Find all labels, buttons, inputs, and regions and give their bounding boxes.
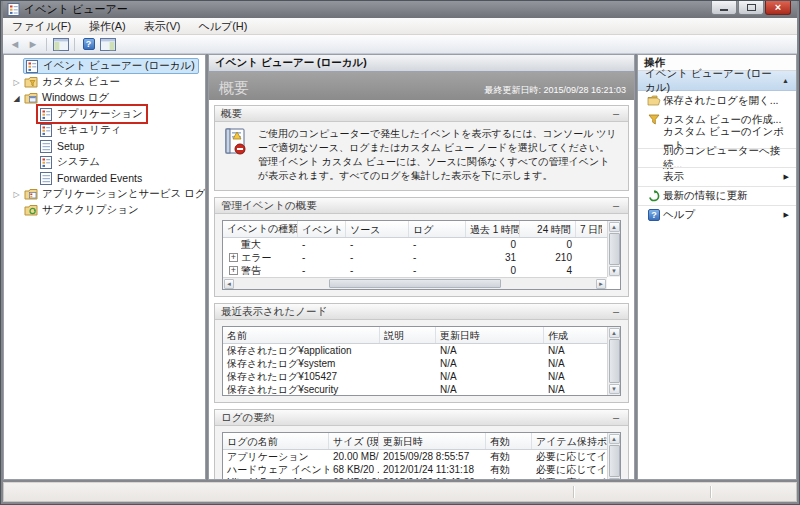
expanded-expander-icon[interactable]: ◢ <box>10 94 23 103</box>
scrollbar-thumb[interactable] <box>609 445 620 477</box>
close-button[interactable]: × <box>765 1 791 15</box>
expand-icon[interactable]: + <box>229 253 238 262</box>
minimize-button[interactable] <box>711 1 737 15</box>
menu-view[interactable]: 表示(V) <box>135 18 190 35</box>
table-row[interactable]: アプリケーション 20.00 MB/... 2015/09/28 8:55:57… <box>223 450 607 463</box>
collapsed-expander-icon[interactable]: ▷ <box>10 78 23 87</box>
scroll-right-icon[interactable]: ► <box>596 279 606 289</box>
collapse-section-icon[interactable]: – <box>610 412 622 423</box>
scrollbar-thumb[interactable] <box>609 233 620 265</box>
tree-item-apps-services-logs[interactable]: ▷ アプリケーションとサービス ログ <box>4 186 205 202</box>
column-header[interactable]: サイズ (現... <box>329 433 379 449</box>
horizontal-scrollbar[interactable]: ◄ ► <box>223 277 607 289</box>
security-log-icon <box>39 124 54 137</box>
main-area: イベント ビューアー (ローカル) ▷ カスタム ビュー ◢ <box>3 54 797 480</box>
table-row[interactable]: +エラー - - - 31 210 <box>223 251 607 264</box>
column-header[interactable]: イベント ID <box>298 221 346 237</box>
menu-file[interactable]: ファイル(F) <box>3 18 80 35</box>
scroll-up-icon[interactable]: ▲ <box>609 434 620 444</box>
menu-action[interactable]: 操作(A) <box>80 18 135 35</box>
table-row[interactable]: 保存されたログ¥system N/A N/A <box>223 357 607 370</box>
column-header[interactable]: ログの名前 <box>223 433 329 449</box>
help-toolbar-icon[interactable]: ? <box>80 37 97 52</box>
vertical-scrollbar[interactable]: ▲ ▼ <box>607 327 620 395</box>
table-row[interactable]: 保存されたログ¥security N/A N/A <box>223 383 607 396</box>
column-header[interactable]: 過去 1 時間 <box>466 221 520 237</box>
column-header[interactable]: 7 日間 <box>576 221 602 237</box>
tree-item-custom-views[interactable]: ▷ カスタム ビュー <box>4 74 205 90</box>
action-connect-other-computer[interactable]: 別のコンピューターへ接続... <box>638 148 796 167</box>
expand-icon[interactable]: + <box>229 266 238 275</box>
vertical-scrollbar[interactable]: ▲ ▼ <box>607 221 620 277</box>
question-icon: ? <box>83 38 95 50</box>
tree-item-system[interactable]: システム <box>4 154 205 170</box>
table-row[interactable]: 保存されたログ¥105427 N/A N/A <box>223 370 607 383</box>
collapsed-expander-icon[interactable]: ▷ <box>10 190 23 199</box>
tree-item-event-viewer-root[interactable]: イベント ビューアー (ローカル) <box>4 58 205 74</box>
collapse-section-icon[interactable]: – <box>610 200 622 211</box>
tree-item-windows-logs[interactable]: ◢ Windows ログ <box>4 90 205 106</box>
admin-events-section: 管理イベントの概要 – イベントの種類 イベント ID ソース ログ 過去 1 … <box>214 197 629 297</box>
table-row[interactable]: Hitachi Device Manager - ... 68 KB/1.00.… <box>223 476 607 479</box>
statusbar-separator <box>573 486 574 498</box>
scroll-down-icon[interactable]: ▼ <box>609 266 620 276</box>
admin-events-section-header[interactable]: 管理イベントの概要 – <box>215 198 628 214</box>
column-header[interactable]: 更新日時 <box>379 433 486 449</box>
column-header[interactable]: 更新日時 <box>436 327 544 343</box>
column-header[interactable]: 名前 <box>223 327 380 343</box>
scroll-up-icon[interactable]: ▲ <box>609 328 620 338</box>
column-header[interactable]: ソース <box>346 221 409 237</box>
action-group-header[interactable]: イベント ビューアー (ローカル) ▲ <box>638 71 796 91</box>
scroll-down-icon[interactable]: ▼ <box>609 478 620 479</box>
menu-bar: ファイル(F) 操作(A) 表示(V) ヘルプ(H) <box>3 18 797 35</box>
tree-label: システム <box>57 155 100 169</box>
table-row[interactable]: ハードウェア イベント 68 KB/20 ... 2012/01/24 11:3… <box>223 463 607 476</box>
maximize-button[interactable] <box>738 1 764 15</box>
action-view[interactable]: 表示 ▶ <box>638 167 796 186</box>
tree-label: カスタム ビュー <box>42 75 120 89</box>
table-row[interactable]: +警告 - - - 0 4 <box>223 264 607 277</box>
section-title: 最近表示されたノード <box>221 305 327 319</box>
column-header[interactable]: 24 時間 <box>520 221 576 237</box>
action-help[interactable]: ? ヘルプ ▶ <box>638 205 796 224</box>
collapse-section-icon[interactable]: – <box>610 108 622 119</box>
action-label: 保存されたログを開く... <box>663 94 778 108</box>
table-row[interactable]: 保存されたログ¥application N/A N/A <box>223 344 607 357</box>
toolbar-separator <box>46 38 47 51</box>
scroll-down-icon[interactable]: ▼ <box>609 384 620 394</box>
column-header[interactable]: 説明 <box>380 327 436 343</box>
log-summary-section-header[interactable]: ログの要約 – <box>215 410 628 426</box>
system-log-icon <box>39 156 54 169</box>
action-refresh[interactable]: 最新の情報に更新 <box>638 186 796 205</box>
scroll-left-icon[interactable]: ◄ <box>224 279 234 289</box>
collapse-section-icon[interactable]: – <box>610 306 622 317</box>
show-action-pane-icon[interactable] <box>99 37 116 52</box>
tree-item-security[interactable]: セキュリティ <box>4 122 205 138</box>
tree-label: Setup <box>57 140 84 152</box>
menu-help[interactable]: ヘルプ(H) <box>189 18 256 35</box>
recent-nodes-section-header[interactable]: 最近表示されたノード – <box>215 304 628 320</box>
results-pane: イベント ビューアー (ローカル) 概要 最終更新日時: 2015/09/28 … <box>208 54 635 480</box>
section-title: ログの要約 <box>221 411 274 425</box>
column-header[interactable]: アイテム保持ポリシ... <box>532 433 614 449</box>
tree-item-forwarded-events[interactable]: Forwarded Events <box>4 170 205 186</box>
show-console-tree-icon[interactable] <box>52 37 69 52</box>
scroll-up-icon[interactable]: ▲ <box>609 222 620 232</box>
scrollbar-thumb[interactable] <box>329 279 501 288</box>
forward-icon[interactable]: ► <box>25 39 41 50</box>
title-bar[interactable]: イベント ビューアー × <box>3 1 797 18</box>
tree-item-subscriptions[interactable]: サブスクリプション <box>4 202 205 218</box>
vertical-scrollbar[interactable]: ▲ ▼ <box>607 433 620 479</box>
tree-item-application[interactable]: アプリケーション <box>4 106 205 122</box>
tree-label: サブスクリプション <box>42 203 139 217</box>
column-header[interactable]: イベントの種類 <box>223 221 298 237</box>
action-open-saved-log[interactable]: 保存されたログを開く... <box>638 91 796 110</box>
overview-section-header[interactable]: 概要 – <box>215 106 628 122</box>
scrollbar-thumb[interactable] <box>609 339 620 383</box>
table-row[interactable]: 重大 - - - 0 0 <box>223 238 607 251</box>
column-header[interactable]: 有効 <box>486 433 532 449</box>
back-icon[interactable]: ◄ <box>7 39 23 50</box>
tree-item-setup[interactable]: Setup <box>4 138 205 154</box>
column-header[interactable]: ログ <box>409 221 466 237</box>
collapse-group-icon[interactable]: ▲ <box>782 77 789 84</box>
